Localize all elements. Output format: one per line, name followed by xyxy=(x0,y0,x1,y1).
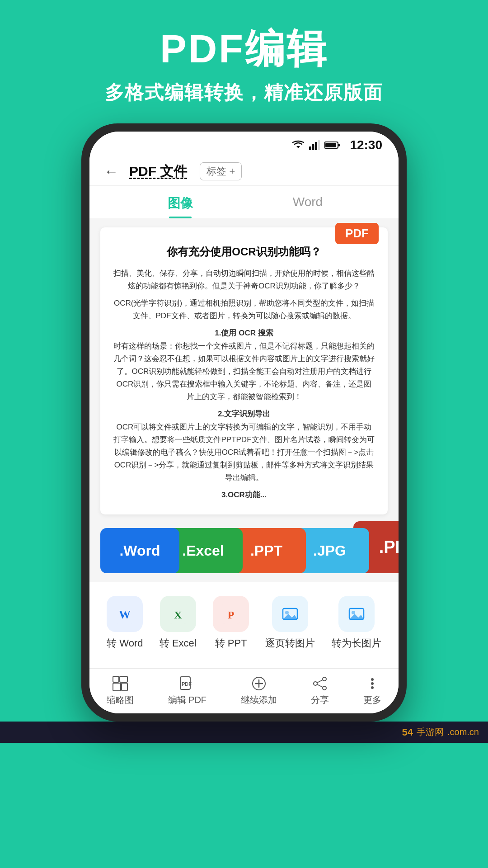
svg-text:PDF: PDF xyxy=(182,681,192,687)
app-header: ← PDF 文件 标签 + xyxy=(89,155,399,186)
svg-point-16 xyxy=(285,611,289,614)
longimg-icon xyxy=(338,596,375,632)
action-row: W 转 Word X 转 xyxy=(99,596,389,650)
svg-point-36 xyxy=(371,678,374,681)
brand-logo: 54 xyxy=(402,726,413,738)
action-word-label: 转 Word xyxy=(107,637,143,650)
action-panel: W 转 Word X 转 xyxy=(89,582,399,668)
action-excel[interactable]: X 转 Excel xyxy=(160,596,197,650)
status-time: 12:30 xyxy=(350,138,382,152)
tab-word[interactable]: Word xyxy=(244,186,371,218)
main-title: PDF编辑 xyxy=(18,27,470,71)
svg-point-38 xyxy=(371,686,374,689)
brand-suffix: 手游网 xyxy=(417,726,444,738)
doc-section1-title: 1.使用 OCR 搜索 xyxy=(113,328,375,338)
svg-rect-4 xyxy=(318,140,320,150)
action-longimg[interactable]: 转为长图片 xyxy=(332,596,381,650)
doc-section2-text: OCR可以将文件或图片上的文字转换为可编辑的文字，智能识别，不用手动打字输入。想… xyxy=(113,421,375,484)
doc-card: PDF 你有充分使用OCR识别功能吗？ 扫描、美化、保存、分享，自动切边瞬间扫描… xyxy=(100,227,388,515)
svg-rect-1 xyxy=(309,146,311,150)
word-svg: W xyxy=(115,604,135,624)
format-cards: .Word .Excel .PPT .JPG .PDF xyxy=(100,519,388,573)
signal-icon xyxy=(309,140,320,150)
svg-rect-25 xyxy=(122,683,127,691)
word-icon: W xyxy=(107,596,143,632)
add-icon xyxy=(251,676,267,691)
doc-section1-text: 时有这样的场景：你想找一个文件或图片，但是不记得标题，只能想起相关的几个词？这会… xyxy=(113,340,375,403)
nav-add[interactable]: 继续添加 xyxy=(241,676,277,706)
svg-point-32 xyxy=(314,682,317,685)
excel-icon: X xyxy=(160,596,196,632)
edit-pdf-icon: PDF xyxy=(179,676,195,691)
sub-title: 多格式编辑转换，精准还原版面 xyxy=(18,80,470,105)
svg-point-31 xyxy=(323,677,326,681)
tabs: 图像 Word xyxy=(89,186,399,218)
nav-more-label: 更多 xyxy=(363,694,381,706)
svg-rect-23 xyxy=(120,676,127,682)
top-section: PDF编辑 多格式编辑转换，精准还原版面 xyxy=(0,0,488,722)
nav-thumbnail-label: 缩略图 xyxy=(107,694,134,706)
tag-button[interactable]: 标签 + xyxy=(200,162,242,180)
svg-rect-6 xyxy=(338,144,340,146)
action-longimg-label: 转为长图片 xyxy=(332,637,381,650)
phone-inner: 12:30 ← PDF 文件 标签 + 图像 Word PDF xyxy=(89,132,399,714)
doc-section3-title: 3.OCR功能... xyxy=(113,490,375,500)
ppt-svg: P xyxy=(221,604,241,624)
svg-text:W: W xyxy=(119,608,131,621)
svg-point-33 xyxy=(323,686,326,690)
nav-edit-pdf-label: 编辑 PDF xyxy=(168,694,207,706)
ppt-icon: P xyxy=(213,596,249,632)
img-icon xyxy=(272,596,308,632)
more-icon xyxy=(365,676,380,691)
img-svg xyxy=(280,604,300,624)
thumbnail-icon xyxy=(113,676,128,691)
back-button[interactable]: ← xyxy=(104,163,118,180)
action-ppt[interactable]: P 转 PPT xyxy=(213,596,249,650)
doc-para1: 扫描、美化、保存、分享，自动切边瞬间扫描，开始使用的时候，相信这些酷炫的功能都有… xyxy=(113,267,375,292)
file-title: PDF 文件 xyxy=(129,162,187,181)
svg-marker-0 xyxy=(296,146,300,148)
nav-more[interactable]: 更多 xyxy=(363,676,381,706)
battery-icon xyxy=(324,141,341,149)
pdf-badge: PDF xyxy=(335,223,379,244)
excel-svg: X xyxy=(168,604,188,624)
nav-add-label: 继续添加 xyxy=(241,694,277,706)
bottom-nav: 缩略图 PDF 编辑 PDF xyxy=(89,668,399,713)
nav-share[interactable]: 分享 xyxy=(311,676,329,706)
action-word[interactable]: W 转 Word xyxy=(107,596,143,650)
brand-strip: 54 手游网 .com.cn xyxy=(0,722,488,743)
share-icon xyxy=(312,676,328,691)
status-icons xyxy=(292,140,341,150)
svg-rect-7 xyxy=(325,143,336,147)
nav-thumbnail[interactable]: 缩略图 xyxy=(107,676,134,706)
nav-share-label: 分享 xyxy=(311,694,329,706)
phone-mockup: 12:30 ← PDF 文件 标签 + 图像 Word PDF xyxy=(81,123,407,722)
nav-edit-pdf[interactable]: PDF 编辑 PDF xyxy=(168,676,207,706)
doc-para2: OCR(光学字符识别)，通过相机拍照识别，帮助您将不同类型的文件，如扫描文件、P… xyxy=(113,297,375,322)
svg-rect-3 xyxy=(315,142,317,150)
doc-section2-title: 2.文字识别导出 xyxy=(113,409,375,419)
svg-rect-24 xyxy=(113,683,121,691)
brand-domain: .com.cn xyxy=(447,727,479,737)
svg-point-20 xyxy=(352,611,355,614)
status-bar: 12:30 xyxy=(89,132,399,155)
wifi-icon xyxy=(292,140,305,150)
phone-outer: 12:30 ← PDF 文件 标签 + 图像 Word PDF xyxy=(81,123,407,722)
svg-rect-2 xyxy=(312,144,314,150)
action-img[interactable]: 逐页转图片 xyxy=(265,596,315,650)
svg-line-34 xyxy=(317,680,323,683)
action-img-label: 逐页转图片 xyxy=(265,637,315,650)
action-excel-label: 转 Excel xyxy=(160,637,197,650)
tab-image[interactable]: 图像 xyxy=(117,186,244,218)
svg-text:X: X xyxy=(174,609,182,621)
longimg-svg xyxy=(347,604,366,624)
doc-area: PDF 你有充分使用OCR识别功能吗？ 扫描、美化、保存、分享，自动切边瞬间扫描… xyxy=(89,218,399,583)
doc-heading: 你有充分使用OCR识别功能吗？ xyxy=(113,245,375,259)
action-ppt-label: 转 PPT xyxy=(215,637,247,650)
svg-text:P: P xyxy=(228,609,235,621)
format-card-word: .Word xyxy=(100,528,179,573)
svg-line-35 xyxy=(317,684,323,687)
svg-rect-22 xyxy=(113,676,119,682)
svg-point-37 xyxy=(371,682,374,685)
